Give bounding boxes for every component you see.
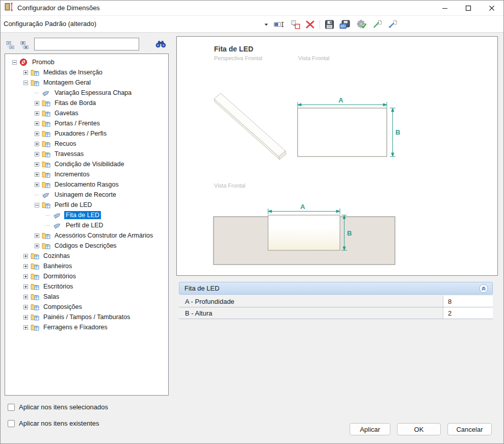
tree-item-recuos[interactable]: Recuos [5,139,168,149]
expand-node-icon[interactable] [23,254,28,258]
tree-item-incrementos[interactable]: Incrementos [5,169,168,179]
property-group-header[interactable]: Fita de LED [179,282,493,295]
export-config-button[interactable] [372,18,383,31]
expand-node-icon[interactable] [23,325,28,330]
collapse-node-icon[interactable] [12,60,17,65]
minimize-button[interactable] [433,1,457,16]
expand-node-icon[interactable] [35,101,39,106]
import-config-button[interactable] [387,18,398,31]
tree-item-escritorios[interactable]: Escritórios [5,281,168,292]
expand-node-icon[interactable] [23,274,28,279]
tree-item-label: Portas / Frentes [53,119,101,127]
tree-item-banheiros[interactable]: Banheiros [5,261,168,271]
property-value-input[interactable] [443,307,493,319]
folder-icon [42,130,51,137]
expand-node-icon[interactable] [35,111,39,116]
expand-node-icon[interactable] [23,295,28,299]
checkbox-aplicar-nos-itens-selecionados[interactable] [8,404,15,411]
apply-config-gear-button[interactable] [356,18,367,31]
collapse-node-icon[interactable] [35,203,39,207]
property-label: B - Altura [179,307,443,319]
folder-icon [31,324,40,331]
collapse-all-button[interactable] [6,40,15,49]
tree-item-label: Usinagem de Recorte [53,191,118,199]
tree-item-label: Perfil de LED [64,221,105,229]
expand-node-icon[interactable] [23,315,28,320]
expand-node-icon[interactable] [35,152,39,156]
tree-item-label: Variação Espessura Chapa [53,89,133,97]
expand-node-icon[interactable] [35,244,39,248]
folder-icon [31,283,40,290]
tree-item-gavetas[interactable]: Gavetas [5,108,168,118]
tree-item-ferragens-e-fixadores[interactable]: Ferragens e Fixadores [5,322,168,332]
expand-node-icon[interactable] [35,121,39,126]
close-button[interactable] [480,1,503,16]
tree-item-promob[interactable]: Promob [5,57,168,67]
expand-node-icon[interactable] [35,233,39,238]
cancel-button[interactable]: Cancelar [447,423,492,435]
option-aplicar-nos-itens-existentes[interactable]: Aplicar nos itens existentes [8,420,99,427]
save-button[interactable] [324,18,335,31]
tree-item-perfil-de-led[interactable]: Perfil de LED [5,220,168,230]
option-aplicar-nos-itens-selecionados[interactable]: Aplicar nos itens selecionados [8,403,108,411]
tree-item-fitas-de-borda[interactable]: Fitas de Borda [5,98,168,108]
toolbar: Configuração Padrão (alterado) [1,16,503,33]
tree-connector [35,195,39,195]
tree-item-label: Fitas de Borda [53,99,97,107]
svg-text:B: B [395,128,400,136]
tree-item-montagem-geral[interactable]: Montagem Geral [5,77,168,88]
property-value-input[interactable] [443,296,493,307]
rename-config-button[interactable] [273,18,286,31]
folder-icon [31,314,40,321]
ok-button[interactable]: OK [397,423,441,435]
collapse-node-icon[interactable] [23,81,28,85]
tree-item-label: Deslocamento Rasgos [53,180,120,189]
tree-item-fita-de-led[interactable]: Fita de LED [5,210,168,220]
tree-item-label: Ferragens e Fixadores [42,323,109,331]
property-group-title: Fita de LED [184,284,220,292]
expand-node-icon[interactable] [23,284,28,289]
dimension-drawing: A B A B [177,37,497,275]
tree-item-condicao-de-visibilidade[interactable]: Condição de Visibilidade [5,159,168,169]
tree-item-label: Acessórios Construtor de Armários [53,231,154,240]
tree-item-acessorios-construtor-de-armarios[interactable]: Acessórios Construtor de Armários [5,230,168,241]
expand-node-icon[interactable] [35,172,39,177]
tree-item-paineis-tampos-tamburatos[interactable]: Painéis / Tampos / Tamburatos [5,312,168,322]
configuration-name-combobox[interactable]: Configuração Padrão (alterado) [4,20,96,28]
front-view-in-panel: A B [214,203,395,265]
expand-node-icon[interactable] [35,132,39,136]
apply-button[interactable]: Aplicar [350,423,390,435]
save-export-config-button[interactable] [339,18,352,31]
expand-node-icon[interactable] [35,162,39,167]
tree-item-portas-frentes[interactable]: Portas / Frentes [5,118,168,128]
tree-item-label: Condição de Visibilidade [53,160,126,168]
search-binoculars-button[interactable] [155,39,166,48]
collapse-group-button[interactable] [479,284,488,293]
expand-node-icon[interactable] [35,142,39,146]
expand-node-icon[interactable] [23,70,28,75]
tree-item-label: Medidas de Inserção [42,68,104,76]
expand-node-icon[interactable] [23,305,28,309]
config-dropdown-button[interactable] [263,18,269,31]
expand-all-button[interactable] [20,40,29,49]
tree-item-variacao-espessura-chapa[interactable]: Variação Espessura Chapa [5,88,168,98]
maximize-button[interactable] [457,1,480,16]
tree-item-usinagem-de-recorte[interactable]: Usinagem de Recorte [5,190,168,200]
duplicate-config-button[interactable] [290,18,301,31]
tree-item-travessas[interactable]: Travessas [5,149,168,159]
tree-item-dormitorios[interactable]: Dormitórios [5,271,168,281]
tree-item-perfil-de-led[interactable]: Perfil de LED [5,200,168,210]
tree-item-composicoes[interactable]: Composições [5,302,168,312]
dimension-configurator-dialog: Configurador de Dimensões Configuração P… [0,0,504,444]
tree-item-salas[interactable]: Salas [5,292,168,302]
expand-node-icon[interactable] [23,264,28,269]
tree-item-deslocamento-rasgos[interactable]: Deslocamento Rasgos [5,179,168,190]
tree-item-cozinhas[interactable]: Cozinhas [5,251,168,261]
expand-node-icon[interactable] [35,182,39,187]
tree-item-medidas-de-insercao[interactable]: Medidas de Inserção [5,67,168,77]
tree-search-input[interactable] [34,38,139,50]
tree-item-codigos-e-descricoes[interactable]: Códigos e Descrições [5,241,168,251]
delete-config-button[interactable] [305,18,315,31]
tree-item-puxadores-perfis[interactable]: Puxadores / Perfis [5,128,168,139]
checkbox-aplicar-nos-itens-existentes[interactable] [8,420,15,427]
